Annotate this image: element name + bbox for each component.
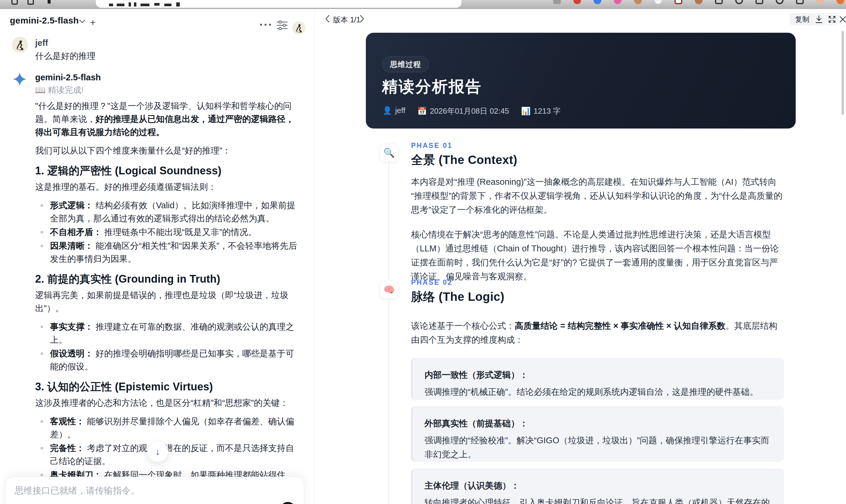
card-body: 强调推理的“机械正确”。结论必须在给定的规则系统内逻辑自洽，这是推理的硬件基础。 xyxy=(424,385,772,399)
extension-icon[interactable] xyxy=(836,0,844,4)
paragraph: 核心情境在于解决“思考的随意性”问题。不论是人类通过批判性思维进行决策，还是大语… xyxy=(411,228,784,284)
user-avatar[interactable] xyxy=(292,21,305,35)
brain-icon: 🧠 xyxy=(380,280,398,299)
phase-title: 脉络 (The Logic) xyxy=(411,289,505,305)
screen: gemini-2.5-flash + xyxy=(0,0,846,504)
close-icon xyxy=(839,16,846,23)
extension-icon[interactable] xyxy=(695,0,703,4)
paragraph: 本内容是对“推理 (Reasoning)”这一抽象概念的高层建模。在知识爆炸与人… xyxy=(411,175,784,217)
tune-settings-icon[interactable] xyxy=(276,20,288,30)
list-item: 形式逻辑： 结构必须有效（Valid）。比如演绎推理中，如果前提全部为真，那么通… xyxy=(35,199,298,225)
url-text-fragment xyxy=(141,4,149,6)
address-bar[interactable] xyxy=(96,0,461,8)
url-text-fragment xyxy=(109,4,113,6)
status-line: 📖 精读完成! xyxy=(35,84,298,96)
hero-badge: 思维过程 xyxy=(382,56,429,72)
url-text-fragment xyxy=(164,4,172,6)
report-title: 精读分析报告 xyxy=(382,76,482,97)
paragraph: 逻辑再完美，如果前提是错误的，推理也是垃圾（即“垃圾进，垃圾出”）。 xyxy=(35,289,298,315)
tab-fragment xyxy=(48,0,51,4)
more-options-icon[interactable] xyxy=(260,23,271,26)
calendar-icon: 📅 xyxy=(417,107,427,115)
url-text-fragment xyxy=(134,2,136,6)
dimension-card: 内部一致性（形式逻辑）： 强调推理的“机械正确”。结论必须在给定的规则系统内逻辑… xyxy=(411,358,784,400)
bullet-list: 事实支撑： 推理建立在可靠的数据、准确的观测或公认的真理之上。 假设透明： 好的… xyxy=(35,320,298,373)
scroll-to-bottom-button[interactable]: ↓ xyxy=(147,441,169,462)
chat-message-list[interactable]: jeff 什么是好的推理 gemini-2.5-flash xyxy=(0,32,314,504)
browser-toolbar xyxy=(0,0,846,9)
profile-avatar[interactable] xyxy=(816,0,824,4)
paragraph: 该论述基于一个核心公式：高质量结论 = 结构完整性 × 事实准确性 × 认知自律… xyxy=(411,319,784,347)
message-author: jeff xyxy=(35,37,298,49)
book-icon: 📖 xyxy=(35,85,46,95)
copy-button[interactable]: 复制 xyxy=(790,13,815,25)
user-icon: 👤 xyxy=(383,106,392,115)
phase-label: PHASE 02 xyxy=(411,278,453,287)
toolbar-icon[interactable] xyxy=(776,0,783,4)
section-heading: 1. 逻辑的严密性 (Logical Soundness) xyxy=(35,164,298,177)
version-label: 版本 1/1 xyxy=(333,15,360,25)
magnifier-icon: 🔍 xyxy=(380,143,398,162)
extension-icon[interactable] xyxy=(634,0,642,4)
paragraph: "什么是好的推理？"这是一个涉及逻辑学、认知科学和哲学核心的问题。简单来说，好的… xyxy=(35,100,298,139)
voice-input-button[interactable] xyxy=(280,502,296,504)
toolbar-icon[interactable] xyxy=(715,0,723,4)
extension-icon[interactable] xyxy=(573,0,581,4)
barchart-icon: 📊 xyxy=(521,107,530,115)
footballer-sketch xyxy=(14,39,26,51)
phase-title: 全景 (The Context) xyxy=(411,152,517,168)
chat-panel: gemini-2.5-flash + xyxy=(0,9,314,504)
extension-icon[interactable] xyxy=(674,0,682,4)
dimension-card: 主体伦理（认识美德）： 转向推理者的心理特征。引入奥卡姆剃刀和反向论证，旨在克服… xyxy=(411,469,784,504)
url-text-fragment xyxy=(154,3,160,6)
paragraph: 我们可以从以下四个维度来衡量什么是“好的推理”： xyxy=(35,144,298,157)
dimension-card: 外部真实性（前提基础）： 强调推理的“经验校准”。解决“GIGO（垃圾进，垃圾出… xyxy=(411,407,784,462)
toolbar-icon[interactable] xyxy=(756,0,763,4)
grid-icon[interactable] xyxy=(28,0,34,5)
status-text: 精读完成! xyxy=(48,85,84,95)
chevron-down-icon[interactable] xyxy=(78,19,86,24)
extension-icon[interactable] xyxy=(553,0,561,4)
section-heading: 2. 前提的真实性 (Grounding in Truth) xyxy=(35,272,298,286)
assistant-message: gemini-2.5-flash 📖 精读完成! "什么是好的推理？"这是一个涉… xyxy=(12,71,298,504)
extension-icon[interactable] xyxy=(594,0,601,4)
user-avatar xyxy=(12,37,28,53)
footballer-sketch xyxy=(294,23,304,33)
card-title: 内部一致性（形式逻辑）： xyxy=(424,368,772,381)
phase-label: PHASE 01 xyxy=(411,142,453,150)
list-item: 事实支撑： 推理建立在可靠的数据、准确的观测或公认的真理之上。 xyxy=(35,320,298,346)
close-button[interactable] xyxy=(836,13,846,25)
list-item: 假设透明： 好的推理会明确指明哪些是已知事实，哪些是基于可能的假设。 xyxy=(35,347,298,373)
card-body: 转向推理者的心理特征。引入奥卡姆剃刀和反向论证，旨在克服人类（或机器）天然存在的… xyxy=(424,496,772,504)
gemini-star-icon xyxy=(12,71,28,88)
input-placeholder: 思维接口已就绪，请传输指令。 xyxy=(15,485,295,497)
author-meta: 👤jeff xyxy=(383,106,405,116)
section-heading: 3. 认知的公正性 (Epistemic Virtues) xyxy=(35,380,298,393)
list-item: 客观性： 能够识别并尽量排除个人偏见（如幸存者偏差、确认偏差）。 xyxy=(35,415,298,441)
chevron-right-icon[interactable] xyxy=(357,14,367,23)
url-text-fragment xyxy=(176,2,180,6)
model-selector[interactable]: gemini-2.5-flash xyxy=(10,16,79,25)
paragraph: 这涉及推理者的心态和方法论，也是区分“杠精”和“思想家”的关键： xyxy=(35,396,298,409)
new-chat-button[interactable]: + xyxy=(90,17,96,28)
card-body: 强调推理的“经验校准”。解决“GIGO（垃圾进，垃圾出）”问题，确保推理引擎运行… xyxy=(424,433,772,462)
download-button[interactable] xyxy=(812,13,826,25)
toolbar-icon[interactable] xyxy=(796,0,804,4)
message-author: gemini-2.5-flash xyxy=(35,71,298,83)
scrollbar-thumb[interactable] xyxy=(842,31,844,115)
extension-icon[interactable] xyxy=(654,0,662,4)
chat-input[interactable]: 思维接口已就绪，请传输指令。 xyxy=(5,476,304,504)
toolbar-icon[interactable] xyxy=(735,0,743,4)
url-text-fragment xyxy=(128,2,131,6)
url-text-fragment xyxy=(117,4,124,6)
artifact-panel: 版本 1/1 复制 思 xyxy=(314,9,846,504)
chevron-left-icon[interactable] xyxy=(323,14,332,23)
extension-icon[interactable] xyxy=(614,0,621,4)
report-hero-card: 思维过程 精读分析报告 👤jeff 📅2026年01月08日 02:45 📊12… xyxy=(366,33,796,128)
card-title: 主体伦理（认识美德）： xyxy=(424,479,772,492)
user-message: jeff 什么是好的推理 xyxy=(12,37,298,62)
extension-icons xyxy=(553,0,844,4)
bullet-list: 形式逻辑： 结构必须有效（Valid）。比如演绎推理中，如果前提全部为真，那么通… xyxy=(35,199,298,265)
reload-icon[interactable] xyxy=(11,0,18,5)
wordcount-meta: 📊1213 字 xyxy=(521,106,561,116)
